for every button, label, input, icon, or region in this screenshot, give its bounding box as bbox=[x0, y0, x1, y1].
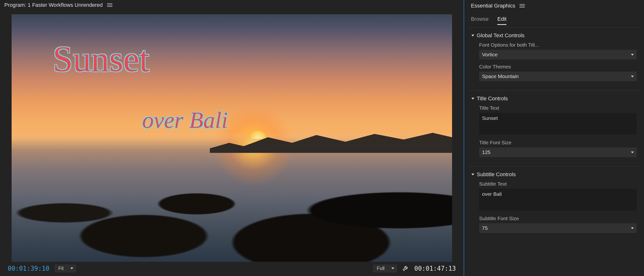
section-title-global: Global Text Controls bbox=[477, 32, 524, 39]
select-title-font-size[interactable]: 125 bbox=[479, 148, 637, 157]
chevron-down-icon bbox=[631, 54, 634, 56]
chevron-down-icon bbox=[631, 228, 634, 229]
select-font-value: Vortice bbox=[482, 52, 498, 58]
timecode-duration[interactable]: 00:01:47:13 bbox=[414, 265, 456, 272]
input-subtitle-text[interactable] bbox=[479, 189, 637, 210]
overlay-subtitle-text[interactable]: over Bali bbox=[142, 108, 228, 132]
playback-resolution-value: Full bbox=[377, 266, 384, 271]
section-header-title[interactable]: Title Controls bbox=[472, 96, 637, 102]
eg-panel-title: Essential Graphics bbox=[471, 3, 515, 9]
settings-wrench-icon[interactable] bbox=[402, 265, 409, 272]
section-header-subtitle[interactable]: Subtitle Controls bbox=[472, 171, 637, 178]
program-monitor-panel: Program: 1 Faster Workflows Unrendered S… bbox=[0, 0, 464, 276]
eg-panel-header: Essential Graphics bbox=[464, 0, 644, 12]
label-subtitle-text: Subtitle Text bbox=[479, 181, 637, 187]
select-color-value: Space Mountain bbox=[482, 74, 519, 79]
section-global-text-controls: Global Text Controls Font Options for bo… bbox=[468, 27, 640, 90]
field-title-text: Title Text bbox=[479, 105, 637, 135]
playback-resolution-dropdown[interactable]: Full bbox=[373, 265, 397, 272]
overlay-title-text[interactable]: Sunset bbox=[53, 41, 150, 77]
eg-panel-menu-icon[interactable] bbox=[520, 4, 525, 8]
input-title-text[interactable] bbox=[479, 113, 637, 134]
title-font-size-value: 125 bbox=[482, 149, 490, 155]
program-panel-title: Program: 1 Faster Workflows Unrendered bbox=[4, 2, 103, 8]
timecode-current[interactable]: 00:01:39:10 bbox=[8, 265, 49, 272]
tab-edit[interactable]: Edit bbox=[497, 16, 506, 25]
essential-graphics-panel: Essential Graphics Browse Edit Global Te… bbox=[464, 0, 644, 276]
chevron-down-icon bbox=[472, 174, 474, 176]
section-title-subtitle: Subtitle Controls bbox=[477, 171, 516, 178]
field-color-themes: Color Themes Space Mountain bbox=[479, 64, 637, 81]
select-subtitle-font-size[interactable]: 75 bbox=[479, 223, 637, 233]
chevron-down-icon bbox=[472, 98, 474, 100]
field-font-options: Font Options for both Titl... Vortice bbox=[479, 42, 637, 60]
label-title-text: Title Text bbox=[479, 105, 637, 111]
chevron-down-icon bbox=[392, 268, 394, 269]
chevron-down-icon bbox=[631, 152, 634, 153]
tab-browse[interactable]: Browse bbox=[471, 16, 488, 25]
program-panel-header: Program: 1 Faster Workflows Unrendered bbox=[0, 0, 464, 10]
program-viewport[interactable]: Sunset over Bali bbox=[12, 14, 452, 262]
section-header-global[interactable]: Global Text Controls bbox=[472, 32, 637, 39]
chevron-down-icon bbox=[472, 34, 474, 36]
field-title-font-size: Title Font Size 125 bbox=[479, 140, 637, 157]
label-color-themes: Color Themes bbox=[479, 64, 637, 70]
subtitle-font-size-value: 75 bbox=[482, 225, 488, 231]
label-title-font-size: Title Font Size bbox=[479, 140, 637, 146]
section-title-controls: Title Controls Title Text Title Font Siz… bbox=[468, 90, 640, 166]
field-subtitle-text: Subtitle Text bbox=[479, 181, 637, 211]
field-subtitle-font-size: Subtitle Font Size 75 bbox=[479, 216, 637, 233]
program-panel-menu-icon[interactable] bbox=[107, 4, 112, 7]
zoom-level-value: Fit bbox=[58, 266, 64, 271]
chevron-down-icon bbox=[631, 76, 634, 77]
chevron-down-icon bbox=[70, 268, 73, 269]
eg-body: Global Text Controls Font Options for bo… bbox=[464, 27, 644, 248]
select-font-options[interactable]: Vortice bbox=[479, 50, 637, 60]
transport-bar: 00:01:39:10 Fit Full 00:01:47:13 bbox=[0, 263, 464, 276]
label-subtitle-font-size: Subtitle Font Size bbox=[479, 216, 637, 222]
zoom-level-dropdown[interactable]: Fit bbox=[55, 265, 76, 272]
eg-tabs: Browse Edit bbox=[464, 12, 644, 27]
label-font-options: Font Options for both Titl... bbox=[479, 42, 637, 48]
section-subtitle-controls: Subtitle Controls Subtitle Text Subtitle… bbox=[468, 166, 640, 242]
section-title-title: Title Controls bbox=[477, 96, 508, 102]
video-frame-foreground bbox=[12, 133, 452, 262]
select-color-themes[interactable]: Space Mountain bbox=[479, 72, 637, 81]
viewport-container: Sunset over Bali bbox=[0, 10, 464, 264]
